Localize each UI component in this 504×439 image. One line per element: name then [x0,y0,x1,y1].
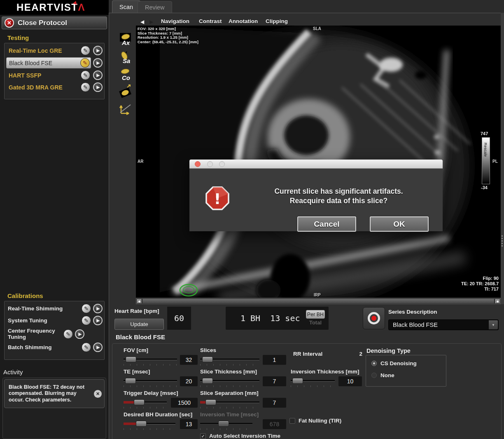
graphic-prescription-icon[interactable] [117,101,133,117]
window-close-icon[interactable] [195,161,201,167]
radio-icon [371,361,377,366]
inversion-thickness-slider[interactable] [291,378,335,384]
oblique-view-icon[interactable] [117,84,133,99]
heartvista-app: HEARTVISTΛ ✕ Close Protocol Testing Real… [0,0,504,439]
total-toggle[interactable]: Total [306,319,325,326]
slider-handle[interactable] [202,378,213,384]
ok-button[interactable]: OK [370,216,429,232]
trigger-delay-slider[interactable] [124,399,167,406]
rescale-label: Rescale [483,143,488,157]
slice-separation-slider[interactable] [200,399,259,406]
forward-arrow-icon[interactable]: ▶ [149,19,153,25]
play-icon[interactable]: ▶ [93,304,103,313]
record-button[interactable] [363,307,385,329]
slice-thickness-slider[interactable] [200,378,259,384]
per-bh-toggle[interactable]: Per BH [306,310,325,319]
inversion-time-slider[interactable] [200,420,252,427]
protocol-row-black-blood-fse[interactable]: Black Blood FSE ✎ ▶ [5,56,104,69]
edit-pencil-icon[interactable]: ✎ [81,46,90,55]
protocol-row-gated-3d-mra-gre[interactable]: Gated 3D MRA GRE ✎ ▶ [5,81,104,93]
slice-thickness-value[interactable]: 7 [263,376,286,386]
inversion-thickness-value[interactable]: 10 [338,376,362,386]
inversion-time-value[interactable]: 678 [263,419,286,429]
menu-clipping[interactable]: Clipping [266,18,288,24]
slider-handle[interactable] [126,357,136,362]
protocol-row-real-time-loc-gre[interactable]: Real-Time Loc GRE ✎ ▶ [5,45,104,56]
dialog-title-bar[interactable] [189,160,443,169]
coronal-view-icon[interactable]: Co [117,67,133,83]
edit-pencil-icon[interactable]: ✎ [82,343,91,352]
scrollbar-left-button[interactable] [137,299,142,303]
calibration-row-system-tuning[interactable]: System Tuning ✎ ▶ [5,315,104,326]
play-icon[interactable]: ▶ [93,82,103,92]
close-icon: ✕ [5,18,14,28]
calibration-row-center-frequency-tuning[interactable]: Center Frequency Tuning ✎ ▶ [5,326,104,341]
slider-handle[interactable] [218,421,229,427]
radio-none[interactable]: None [371,372,394,378]
menu-contrast[interactable]: Contrast [199,18,222,24]
slice-separation-param: Slice Separation [mm] 7 [200,390,287,411]
play-icon[interactable]: ▶ [93,343,103,352]
protocol-row-hart-ssfp[interactable]: HART SSFP ✎ ▶ [5,69,104,81]
fov-slider[interactable] [124,356,177,363]
scrollbar-thumb[interactable] [142,299,494,303]
edit-pencil-icon[interactable]: ✎ [82,316,91,325]
play-icon[interactable]: ▶ [93,46,103,55]
slices-value[interactable]: 1 [263,355,286,365]
checkbox-icon: ✓ [200,433,206,439]
window-minimize-icon[interactable] [207,161,213,167]
play-icon[interactable]: ▶ [93,316,103,325]
edit-pencil-icon[interactable]: ✎ [81,70,90,80]
edit-pencil-icon[interactable]: ✎ [80,58,90,68]
menu-annotation[interactable]: Annotation [229,18,258,24]
play-icon[interactable]: ▶ [93,70,103,80]
tab-scan[interactable]: Scan [112,0,140,13]
series-description-dropdown[interactable]: Black Blood FSE ▼ [388,319,499,330]
close-protocol-button[interactable]: ✕ Close Protocol [2,16,107,29]
dismiss-activity-icon[interactable]: ✕ [94,390,102,398]
scale-max: 747 [481,131,488,136]
play-icon[interactable]: ▶ [93,58,103,68]
te-slider[interactable] [124,378,177,384]
edit-pencil-icon[interactable]: ✎ [63,329,73,339]
dialog-message: Current slice has significant artifacts.… [239,187,439,206]
auto-select-inversion-checkbox[interactable]: ✓ Auto Select Inversion Time [200,433,280,439]
edit-pencil-icon[interactable]: ✎ [82,304,91,313]
calibration-row-real-time-shimming[interactable]: Real-Time Shimming ✎ ▶ [5,303,104,315]
calibration-row-batch-shimming[interactable]: Batch Shimming ✎ ▶ [5,341,104,353]
slice-separation-value[interactable]: 7 [263,398,286,408]
fov-value[interactable]: 32 [180,355,198,365]
slice-thickness-param: Slice Thickness [mm] 7 [200,369,287,389]
splitter-handle[interactable] [501,13,504,304]
slices-slider[interactable] [200,356,259,363]
slider-handle[interactable] [205,399,216,405]
fat-nulling-checkbox[interactable]: Fat Nulling (TIR) [289,418,341,424]
play-icon[interactable]: ▶ [75,329,84,339]
bh-duration-value[interactable]: 13 [180,419,198,429]
slider-handle[interactable] [202,357,213,362]
slider-handle[interactable] [134,399,145,405]
heart-rate-value[interactable]: 60 [167,307,191,330]
te-value[interactable]: 20 [180,376,198,386]
fov-param: FOV [cm] 32 [124,347,198,368]
edit-pencil-icon[interactable]: ✎ [81,82,90,92]
axial-view-icon[interactable]: Ax [117,32,133,48]
breath-hold-text: 1 BH 13 sec [240,307,300,330]
menu-navigation[interactable]: Navigation [161,18,189,24]
radio-cs-denoising[interactable]: CS Denoising [371,360,417,366]
slider-handle[interactable] [136,421,147,427]
tab-review[interactable]: Review [138,1,172,13]
back-arrow-icon[interactable]: ◀ [140,19,144,25]
rescale-bar[interactable]: Rescale [482,137,490,184]
trigger-delay-value[interactable]: 1500 [171,398,198,408]
cancel-button[interactable]: Cancel [297,216,356,232]
update-button[interactable]: Update [114,319,164,330]
horizontal-scrollbar[interactable] [136,298,501,304]
sagittal-view-icon[interactable]: Sa [117,50,133,66]
scrollbar-right-button[interactable] [495,299,500,303]
window-zoom-icon[interactable] [219,161,225,167]
slider-handle[interactable] [125,378,136,384]
inversion-time-param: Inversion Time [msec] 678 [200,411,287,432]
bh-duration-slider[interactable] [124,420,175,427]
slider-handle[interactable] [292,378,303,384]
